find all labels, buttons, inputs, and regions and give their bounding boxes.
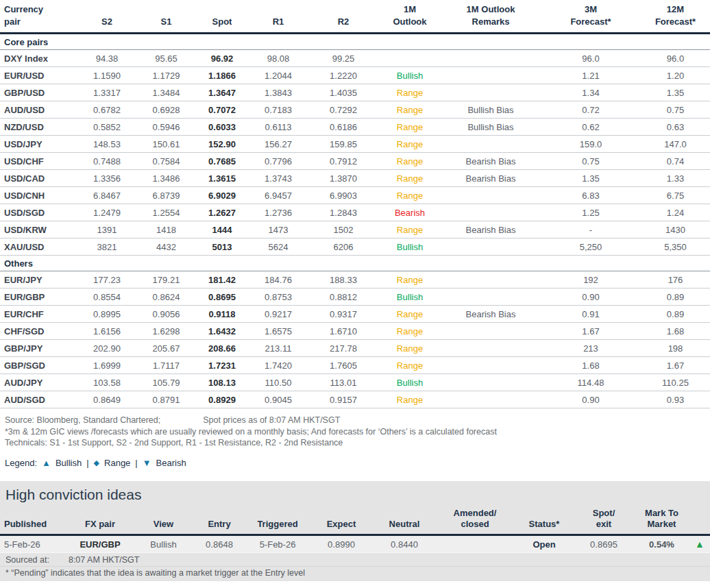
- column-header-line2: Remarks: [443, 16, 539, 28]
- forecast-12m-value: 147.0: [641, 136, 710, 153]
- currency-pair-label: USD/JPY: [0, 136, 77, 153]
- currency-pair-label: DXY Index: [0, 50, 77, 67]
- s2-value: 0.6782: [77, 101, 137, 119]
- spot-value: 0.8929: [195, 391, 249, 408]
- published-date: 5-Feb-26: [0, 535, 66, 553]
- r2-value: 1.7605: [308, 357, 379, 374]
- outlook-1m-value: Range: [379, 153, 441, 170]
- outlook-remarks: [441, 238, 541, 256]
- idea-status: Open: [515, 535, 574, 553]
- r2-value: 0.6186: [308, 119, 379, 136]
- currency-row: AUD/SGD 0.8649 0.8791 0.8929 0.9045 0.91…: [0, 391, 710, 408]
- s1-value: 95.65: [137, 50, 195, 67]
- column-header-line2: Entry: [194, 519, 245, 530]
- idea-neutral: 0.8440: [374, 535, 435, 553]
- r1-value: 1.6575: [249, 323, 308, 340]
- spot-value: 1.7231: [195, 357, 249, 374]
- r1-value: 0.8753: [249, 289, 308, 306]
- currency-row: GBP/SGD 1.6999 1.7117 1.7231 1.7420 1.76…: [0, 357, 710, 374]
- s2-value: 0.8554: [77, 289, 137, 306]
- outlook-1m-value: [379, 50, 441, 67]
- forecast-3m-value: 1.67: [541, 323, 641, 340]
- r2-value: 0.8812: [308, 289, 379, 306]
- r2-value: 1502: [308, 221, 379, 238]
- forecast-12m-value: 176: [641, 271, 710, 289]
- column-header: S1: [137, 0, 195, 34]
- r1-value: 6.9457: [249, 187, 308, 204]
- section-label: Others: [0, 256, 710, 271]
- s1-value: 205.67: [137, 340, 195, 357]
- r2-value: 0.7912: [308, 153, 379, 170]
- forecast-12m-value: 1.67: [641, 357, 710, 374]
- spot-value: 181.42: [195, 271, 249, 289]
- forecast-12m-value: 1.20: [641, 67, 710, 84]
- column-header-line2: Expect: [310, 519, 372, 530]
- spot-timestamp: Spot prices as of 8:07 AM HKT/SGT: [203, 415, 340, 426]
- column-header-line2: R2: [310, 16, 377, 28]
- spot-value: 1.3647: [195, 84, 249, 101]
- forecast-3m-value: 159.0: [541, 136, 641, 153]
- s1-value: 6.8739: [137, 187, 195, 204]
- range-diamond-icon: ◆: [94, 458, 99, 467]
- forecast-3m-value: 0.90: [541, 289, 641, 306]
- outlook-1m-value: Range: [379, 340, 441, 357]
- outlook-1m-value: Range: [379, 84, 441, 101]
- forecast-note: *3m & 12m GIC views /forecasts which are…: [5, 426, 705, 438]
- legend-separator: |: [86, 458, 88, 468]
- column-header-line1: Currency: [4, 3, 75, 16]
- outlook-1m-value: Bullish: [379, 374, 441, 391]
- currency-pair-label: GBP/SGD: [0, 357, 77, 374]
- outlook-remarks: [441, 136, 541, 153]
- s2-value: 1.6999: [77, 357, 137, 374]
- currency-row: AUD/USD 0.6782 0.6928 0.7072 0.7183 0.72…: [0, 101, 710, 119]
- forecast-12m-value: 96.0: [641, 50, 710, 67]
- column-header: R1: [249, 0, 308, 34]
- outlook-remarks: [441, 50, 541, 67]
- outlook-remarks: [441, 67, 541, 84]
- legend: Legend: ▲ Bullish | ◆ Range | ▼ Bearish: [5, 458, 710, 468]
- s1-value: 105.79: [137, 374, 195, 391]
- outlook-1m-value: Range: [379, 187, 441, 204]
- column-header-line2: exit: [575, 519, 633, 530]
- column-header-line1: Mark To: [635, 508, 688, 519]
- high-conviction-panel: High conviction ideas Published FX pair: [0, 481, 710, 581]
- outlook-1m-value: Range: [379, 391, 441, 408]
- legend-range-text: Range: [104, 458, 130, 468]
- outlook-remarks: [441, 391, 541, 408]
- s2-value: 177.23: [77, 271, 137, 289]
- spot-value: 1.6432: [195, 323, 249, 340]
- forecast-12m-value: 198: [641, 340, 710, 357]
- outlook-1m-value: Range: [379, 119, 441, 136]
- s1-value: 1.3484: [137, 84, 195, 101]
- currency-row: USD/KRW 1391 1418 1444 1473 1502 Range B…: [0, 221, 710, 238]
- up-triangle-icon: ▲: [689, 535, 710, 553]
- currency-row: GBP/USD 1.3317 1.3484 1.3647 1.3843 1.40…: [0, 84, 710, 101]
- section-row-others: Others: [0, 256, 710, 271]
- outlook-remarks: Bearish Bias: [441, 221, 541, 238]
- technicals-note: Technicals: S1 - 1st Support, S2 - 2nd S…: [5, 437, 705, 449]
- column-header-line2: pair: [4, 16, 75, 28]
- currency-row: XAU/USD 3821 4432 5013 5624 6206 Bullish…: [0, 238, 710, 256]
- s2-value: 103.58: [77, 374, 137, 391]
- column-header: Entry: [193, 507, 246, 535]
- r1-value: 1473: [249, 221, 308, 238]
- r1-value: 184.76: [249, 271, 308, 289]
- s2-value: 202.90: [77, 340, 137, 357]
- forecast-3m-value: 1.34: [541, 84, 641, 101]
- currency-pair-label: AUD/JPY: [0, 374, 77, 391]
- s2-value: 1.1590: [77, 67, 137, 84]
- outlook-1m-value: Range: [379, 221, 441, 238]
- source-text: Source: Bloomberg, Standard Chartered;: [5, 415, 160, 426]
- currency-pair-label: XAU/USD: [0, 238, 77, 256]
- currency-row: USD/JPY 148.53 150.61 152.90 156.27 159.…: [0, 136, 710, 153]
- currency-row: USD/CNH 6.8467 6.8739 6.9029 6.9457 6.99…: [0, 187, 710, 204]
- column-header-line2: S1: [139, 16, 193, 28]
- idea-amended: [435, 535, 515, 553]
- column-header: [689, 507, 710, 535]
- column-header: Spot/ exit: [574, 507, 634, 535]
- section-label: Core pairs: [0, 34, 710, 50]
- spot-value: 1.2627: [195, 204, 249, 221]
- r2-value: 6.9903: [308, 187, 379, 204]
- column-header-line1: Amended/: [437, 508, 513, 519]
- r1-value: 0.7796: [249, 153, 308, 170]
